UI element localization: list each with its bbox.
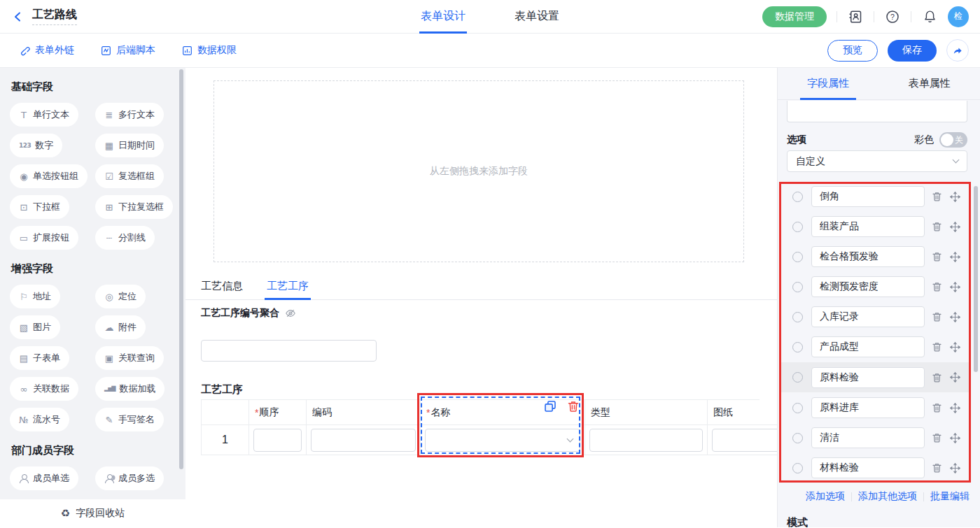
field-pill[interactable]: 123 数字 (10, 134, 62, 157)
help-icon[interactable]: ? (884, 8, 901, 25)
add-other-option-link[interactable]: 添加其他选项 (858, 490, 917, 503)
drag-option-icon[interactable] (950, 342, 960, 352)
delete-option-icon[interactable] (932, 251, 942, 262)
aggregate-input[interactable] (201, 340, 377, 362)
option-text-input[interactable] (811, 457, 925, 478)
add-option-link[interactable]: 添加选项 (806, 490, 845, 503)
delete-option-icon[interactable] (932, 191, 942, 202)
option-text-input[interactable] (811, 427, 925, 448)
form-external-link[interactable]: 表单外链 (20, 44, 74, 57)
field-pill[interactable]: ≣ 多行文本 (95, 103, 164, 127)
delete-option-icon[interactable] (932, 221, 942, 232)
avatar[interactable]: 检 (948, 6, 969, 27)
preview-button[interactable]: 预览 (827, 40, 878, 62)
option-text-input[interactable] (811, 246, 925, 267)
drag-option-icon[interactable] (950, 372, 960, 383)
form-title-wrap[interactable]: 工艺路线 (32, 8, 77, 25)
field-pill[interactable]: ◎ 定位 (95, 285, 146, 308)
field-pill[interactable]: 成员多选 (95, 466, 164, 490)
option-text-input[interactable] (811, 306, 925, 327)
field-pill[interactable]: ┄ 分割线 (95, 226, 155, 250)
cell-input[interactable] (253, 429, 302, 452)
copy-column-icon[interactable] (544, 400, 556, 413)
cell-select[interactable] (425, 429, 580, 452)
field-title-input-partial[interactable] (787, 101, 967, 122)
option-text-input[interactable] (811, 336, 925, 357)
aggregate-field[interactable]: 工艺工序编号聚合 (201, 307, 296, 320)
drag-option-icon[interactable] (950, 463, 960, 473)
empty-drop-zone[interactable]: 从左侧拖拽来添加字段 (214, 80, 744, 262)
delete-option-icon[interactable] (932, 311, 942, 322)
field-pill[interactable]: № 流水号 (10, 408, 69, 431)
data-permission-link[interactable]: 数据权限 (182, 44, 237, 57)
delete-option-icon[interactable] (932, 341, 942, 352)
option-radio[interactable] (792, 282, 803, 292)
delete-option-icon[interactable] (932, 462, 942, 473)
tab-form-settings[interactable]: 表单设置 (514, 0, 559, 34)
panel-scrollbar[interactable] (974, 186, 978, 372)
field-pill[interactable]: ⊡ 下拉框 (10, 195, 69, 219)
option-text-input[interactable] (811, 367, 925, 388)
back-icon[interactable] (13, 11, 24, 22)
option-radio[interactable] (792, 192, 803, 202)
delete-option-icon[interactable] (932, 402, 942, 413)
column-header-1[interactable]: *顺序 (249, 400, 307, 425)
drag-option-icon[interactable] (950, 433, 960, 443)
share-button[interactable] (946, 39, 969, 62)
field-pill[interactable]: ▤ 子表单 (10, 346, 69, 370)
option-radio[interactable] (792, 312, 803, 322)
option-radio[interactable] (792, 433, 803, 443)
column-header-5[interactable]: 图纸 (708, 400, 777, 425)
delete-option-icon[interactable] (932, 372, 942, 383)
column-header-4[interactable]: 类型 (585, 400, 708, 425)
field-pill[interactable]: ▧ 图片 (10, 315, 60, 339)
option-radio[interactable] (792, 372, 803, 383)
color-toggle[interactable]: 关 (939, 132, 967, 148)
tab-form-properties[interactable]: 表单属性 (879, 68, 980, 99)
cell-input[interactable] (712, 429, 777, 452)
option-radio[interactable] (792, 222, 803, 232)
option-text-input[interactable] (811, 276, 925, 297)
field-pill[interactable]: T 单行文本 (10, 103, 78, 127)
field-pill[interactable]: ◉ 单选按钮组 (10, 164, 88, 188)
option-radio[interactable] (792, 252, 803, 262)
field-pill[interactable]: ▂▅▇ 数据加载 (95, 377, 164, 401)
data-manage-button[interactable]: 数据管理 (762, 6, 827, 27)
delete-column-icon[interactable] (567, 400, 580, 413)
field-recycle-bin[interactable]: ♻ 字段回收站 (0, 499, 186, 527)
option-radio[interactable] (792, 342, 803, 352)
option-radio[interactable] (792, 463, 803, 473)
backend-script-link[interactable]: 后端脚本 (101, 44, 155, 57)
tab-form-design[interactable]: 表单设计 (421, 0, 465, 34)
bell-icon[interactable] (921, 8, 938, 25)
drag-option-icon[interactable] (950, 312, 960, 322)
tab-process-steps[interactable]: 工艺工序 (267, 273, 309, 299)
field-pill[interactable]: ▣ 关联查询 (95, 346, 164, 370)
field-pill[interactable]: 成员单选 (10, 466, 78, 490)
drag-option-icon[interactable] (950, 222, 960, 232)
field-pill[interactable]: ⊞ 下拉复选框 (95, 195, 173, 219)
drag-option-icon[interactable] (950, 403, 960, 413)
field-pill[interactable]: ☁ 附件 (95, 315, 146, 339)
option-text-input[interactable] (811, 397, 925, 418)
delete-option-icon[interactable] (932, 281, 942, 292)
cell-input[interactable] (311, 429, 416, 452)
option-text-input[interactable] (811, 186, 925, 207)
field-pill[interactable]: ✎ 手写签名 (95, 408, 164, 431)
column-header-3[interactable]: *名称 (421, 400, 585, 425)
batch-edit-link[interactable]: 批量编辑 (930, 490, 969, 503)
sidebar-scrollbar[interactable] (179, 69, 183, 469)
field-pill[interactable]: ▦ 日期时间 (95, 134, 164, 157)
address-book-icon[interactable] (847, 8, 864, 25)
column-header-2[interactable]: 编码 (307, 400, 421, 425)
drag-option-icon[interactable] (950, 252, 960, 262)
delete-option-icon[interactable] (932, 432, 942, 443)
option-radio[interactable] (792, 403, 803, 413)
option-text-input[interactable] (811, 216, 925, 237)
field-pill[interactable]: ▭ 扩展按钮 (10, 226, 78, 250)
field-pill[interactable]: ∞ 关联数据 (10, 377, 78, 401)
drag-option-icon[interactable] (950, 192, 960, 202)
drag-option-icon[interactable] (950, 282, 960, 292)
field-pill[interactable]: ⚐ 地址 (10, 285, 60, 308)
tab-process-info[interactable]: 工艺信息 (201, 273, 243, 299)
